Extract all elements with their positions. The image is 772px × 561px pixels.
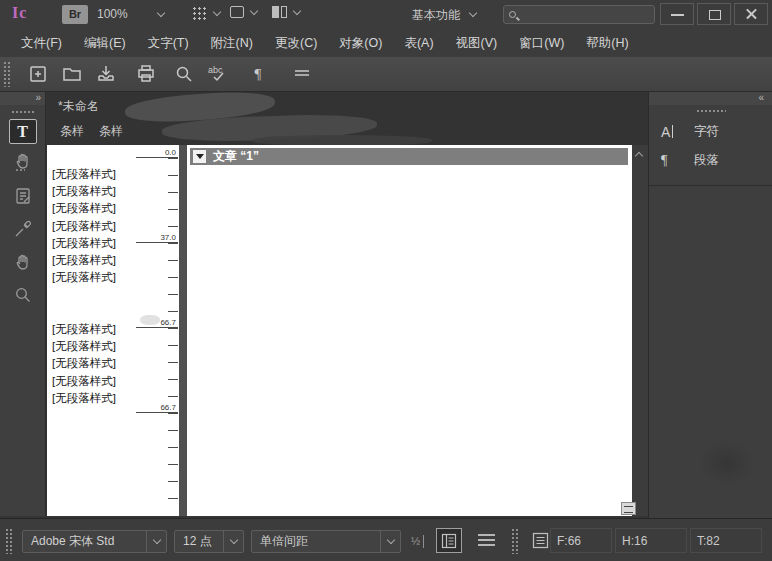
- menu-item[interactable]: 编辑(E): [73, 35, 137, 52]
- status-bar: Adobe 宋体 Std 12 点 单倍间距 ½ F:66 H:16 T:82: [0, 518, 772, 561]
- paragraph-style-label[interactable]: [无段落样式]: [52, 338, 172, 355]
- character-icon: A: [661, 124, 685, 140]
- document-tab[interactable]: *未命名: [58, 98, 99, 115]
- type-tool-icon: T: [17, 123, 28, 141]
- paragraph-style-label[interactable]: [无段落样式]: [52, 355, 172, 372]
- paragraph-style-label[interactable]: [无段落样式]: [52, 269, 172, 286]
- spell-check-button[interactable]: abc: [201, 60, 235, 88]
- menu-item[interactable]: 对象(O): [328, 35, 393, 52]
- view-options-dropdown[interactable]: [192, 6, 220, 20]
- menu-item[interactable]: 附注(N): [200, 35, 264, 52]
- character-panel-label: 字符: [694, 123, 719, 140]
- position-tool-icon: [12, 151, 34, 175]
- bridge-button[interactable]: Br: [62, 5, 88, 24]
- story-editor-area[interactable]: 文章 “1”: [187, 145, 632, 516]
- collapse-story-control[interactable]: [193, 150, 206, 163]
- statusbar-menu-icon[interactable]: [478, 534, 495, 549]
- tab-galley[interactable]: 条样: [60, 123, 84, 140]
- hand-tool-button[interactable]: [0, 245, 46, 278]
- paragraph-style-label[interactable]: [无段落样式]: [52, 373, 172, 390]
- find-button[interactable]: [167, 60, 201, 88]
- font-size-dropdown[interactable]: 12 点: [174, 530, 244, 553]
- copyfit-info-icon[interactable]: [530, 531, 550, 550]
- font-family-value: Adobe 宋体 Std: [23, 533, 146, 550]
- eyedropper-tool-button[interactable]: [0, 212, 46, 245]
- collapse-panel-icon[interactable]: «: [758, 92, 764, 103]
- copyfit-height-value: H:16: [615, 528, 687, 553]
- menu-item[interactable]: 更改(C): [264, 35, 328, 52]
- resize-grip-icon[interactable]: [621, 502, 636, 515]
- print-button[interactable]: [129, 60, 163, 88]
- tools-panel: » T: [0, 92, 46, 516]
- paragraph-style-label[interactable]: [无段落样式]: [52, 166, 172, 183]
- depth-ruler-bar[interactable]: [179, 145, 187, 516]
- dropdown-arrow[interactable]: [380, 531, 400, 552]
- character-panel-button[interactable]: A 字符: [649, 117, 772, 146]
- story-scrollbar[interactable]: [632, 145, 648, 516]
- frame-icon: [230, 6, 244, 18]
- layout-panes-icon: [272, 6, 287, 18]
- menu-item[interactable]: 帮助(H): [575, 35, 639, 52]
- menu-item[interactable]: 文件(F): [10, 35, 73, 52]
- spell-check-icon: abc: [206, 63, 230, 85]
- scroll-up-icon[interactable]: [635, 152, 643, 160]
- open-button[interactable]: [55, 60, 89, 88]
- dock-grip-handle[interactable]: [696, 109, 726, 114]
- paragraph-panel-button[interactable]: ¶ 段落: [649, 146, 772, 175]
- close-button[interactable]: [734, 3, 768, 25]
- zoom-tool-icon: [13, 285, 33, 305]
- note-tool-button[interactable]: [0, 179, 46, 212]
- dropdown-arrow[interactable]: [146, 531, 166, 552]
- toolbar-grip-handle[interactable]: [3, 61, 11, 87]
- position-tool-button[interactable]: [0, 146, 46, 179]
- new-document-button[interactable]: [21, 60, 55, 88]
- story-header-bar[interactable]: 文章 “1”: [190, 148, 628, 165]
- depth-ruler-mark: 66.7: [136, 318, 178, 328]
- statusbar-grip-handle[interactable]: [5, 528, 13, 554]
- minimize-button[interactable]: [660, 3, 694, 25]
- menu-bar: 文件(F)编辑(E)文字(T)附注(N)更改(C)对象(O)表(A)视图(V)窗…: [0, 29, 772, 57]
- statusbar-grip-handle[interactable]: [511, 528, 519, 554]
- zoom-tool-button[interactable]: [0, 278, 46, 311]
- chevron-down-icon: [213, 7, 221, 15]
- superscript-toggle-icon[interactable]: ½: [411, 535, 424, 548]
- frame-options-dropdown[interactable]: [230, 6, 257, 18]
- menu-item[interactable]: 表(A): [393, 35, 444, 52]
- paragraph-icon: ¶: [661, 153, 685, 169]
- tools-grip-handle[interactable]: [11, 110, 35, 115]
- menu-item[interactable]: 文字(T): [137, 35, 200, 52]
- menu-item[interactable]: 窗口(W): [508, 35, 575, 52]
- title-bar: Ic Br 100% 基本功能: [0, 0, 772, 29]
- incopy-window: Ic Br 100% 基本功能 文件(F)编辑(E)文字(T)附注(N)更改(C…: [0, 0, 772, 561]
- info-column-icon: [441, 533, 457, 549]
- save-button[interactable]: [89, 60, 123, 88]
- leading-dropdown[interactable]: 单倍间距: [251, 530, 401, 553]
- paragraph-style-label[interactable]: [无段落样式]: [52, 183, 172, 200]
- screen-mode-dropdown[interactable]: [272, 6, 300, 18]
- dropdown-arrow[interactable]: [223, 531, 243, 552]
- expand-panel-icon[interactable]: »: [35, 92, 41, 103]
- workspace-switcher[interactable]: 基本功能: [412, 7, 460, 24]
- zoom-level-dropdown[interactable]: 100%: [97, 7, 128, 21]
- menu-item[interactable]: 视图(V): [445, 35, 509, 52]
- tab-galley-2[interactable]: 条样: [99, 123, 123, 140]
- info-column-toggle-button[interactable]: [436, 528, 462, 553]
- chevron-down-icon: [293, 6, 301, 14]
- tools-panel-header[interactable]: »: [0, 92, 45, 105]
- paragraph-style-label[interactable]: [无段落样式]: [52, 200, 172, 217]
- zoom-chevron-down-icon[interactable]: [157, 9, 165, 17]
- search-input[interactable]: [520, 8, 649, 22]
- font-family-dropdown[interactable]: Adobe 宋体 Std: [22, 530, 167, 553]
- workspace-chevron-down-icon[interactable]: [469, 9, 477, 17]
- maximize-button[interactable]: [697, 3, 731, 25]
- toolbar-menu-button[interactable]: [285, 60, 319, 88]
- font-size-value: 12 点: [175, 533, 223, 550]
- eyedropper-tool-icon: [13, 219, 33, 239]
- show-hidden-characters-button[interactable]: ¶: [241, 60, 275, 88]
- incopy-logo-icon: Ic: [12, 4, 27, 22]
- search-box[interactable]: [503, 5, 655, 24]
- type-tool-button[interactable]: T: [9, 119, 37, 144]
- save-import-icon: [95, 63, 117, 85]
- dock-header[interactable]: «: [649, 92, 772, 105]
- paragraph-style-label[interactable]: [无段落样式]: [52, 252, 172, 269]
